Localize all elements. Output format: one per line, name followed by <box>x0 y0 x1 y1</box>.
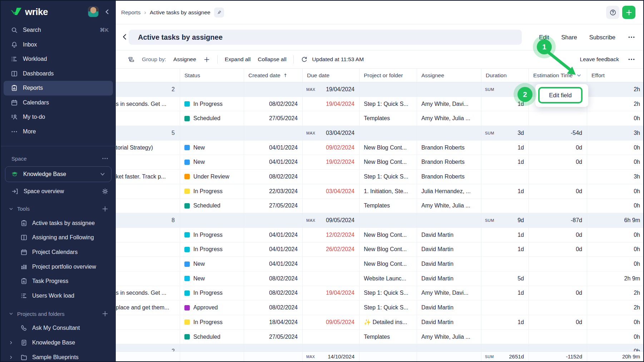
cell-due-date: 19/02/2024 <box>303 155 360 169</box>
add-group-icon[interactable] <box>203 56 210 63</box>
table-row[interactable]: In Progress04/01/202426/02/2024New Blog … <box>116 243 643 257</box>
table-row[interactable]: In Progress22/03/202403/04/20241. Initia… <box>116 184 643 199</box>
sidebar-project-sample-blueprints[interactable]: Sample Blueprints <box>1 350 116 361</box>
table-group-row[interactable]: 5MAX03/04/2024SUM3d-54d3h <box>116 126 643 141</box>
sidebar-item-my-to-do[interactable]: My to-do <box>1 110 116 124</box>
column-header-estimation-time[interactable]: Estimation Time <box>529 69 587 82</box>
cell-status: Scheduled <box>180 330 244 344</box>
question-icon <box>609 9 616 16</box>
plus-icon[interactable] <box>101 310 109 317</box>
table-group-row[interactable]: 8MAX09/05/2024SUM9d-87d6h 9m <box>116 213 643 228</box>
column-header-due-date[interactable]: Due date <box>303 69 360 82</box>
leave-feedback-button[interactable]: Leave feedback <box>580 56 619 63</box>
table-row[interactable]: Scheduled27/05/2024TemplatesAmy White, J… <box>116 111 643 126</box>
toolbar-divider <box>217 55 218 64</box>
max-label: MAX <box>306 218 315 222</box>
sidebar-project-knowledge-base[interactable]: Knowledge Base <box>1 336 116 350</box>
sidebar-item-calendars[interactable]: Calendars <box>1 96 116 110</box>
sidebar-item-reports[interactable]: Reports <box>4 81 113 96</box>
tools-section-header[interactable]: Tools <box>1 202 116 216</box>
table-row[interactable]: New04/01/2024New Blog Cont...David Marti… <box>116 257 643 272</box>
sidebar-tool-users-work-load[interactable]: Users Work load <box>1 288 116 303</box>
breadcrumb-reports-link[interactable]: Reports <box>121 9 140 16</box>
collapse-all-button[interactable]: Collapse all <box>258 56 286 63</box>
pin-button[interactable] <box>214 8 224 18</box>
column-header-project-or-folder[interactable]: Project or folder <box>360 69 417 82</box>
more-actions-icon[interactable] <box>628 33 635 41</box>
table-row[interactable]: place and get them...Approved08/02/2024S… <box>116 300 643 315</box>
table-row[interactable]: New04/01/202419/02/2024New Blog Cont...B… <box>116 155 643 170</box>
sidebar-tool-assigning-and-following[interactable]: Assigning and Following <box>1 230 116 245</box>
cell-assignee: David Martin <box>417 272 481 286</box>
cell-project: Step 1: Quick S... <box>360 286 417 300</box>
column-header-label: Estimation Time <box>533 72 573 79</box>
column-header-duration[interactable]: Duration <box>481 69 529 82</box>
cell-project: New Blog Cont... <box>360 155 417 169</box>
refresh-icon[interactable] <box>301 56 308 63</box>
sidebar-item-inbox[interactable]: Inbox <box>1 38 116 52</box>
share-button[interactable]: Share <box>561 34 577 41</box>
table-row[interactable]: torial Strategy)New04/01/202409/02/2024N… <box>116 141 643 155</box>
space-selector[interactable]: Knowledge Base <box>5 166 112 182</box>
status-color-swatch <box>184 334 190 339</box>
table-row[interactable]: In Progress18/04/202409/05/2024✨ Detaile… <box>116 315 643 330</box>
report-title-input[interactable]: Active tasks by assignee <box>129 30 522 45</box>
create-button[interactable] <box>622 6 635 19</box>
plus-icon[interactable] <box>101 205 109 212</box>
sidebar-item-dashboards[interactable]: Dashboards <box>1 67 116 81</box>
sidebar-item-workload[interactable]: Workload <box>1 52 116 67</box>
cell-estimation <box>529 272 587 286</box>
cell-project: 1. Initiation, Ste... <box>360 184 417 199</box>
columns-icon <box>20 234 28 241</box>
group-count: 8 <box>116 213 180 228</box>
gear-icon[interactable] <box>101 188 109 195</box>
column-header-effort[interactable]: Effort <box>587 69 643 82</box>
cell-due-date <box>303 111 360 126</box>
group-by-value[interactable]: Assignee <box>173 56 196 63</box>
status-label: In Progress <box>193 232 223 238</box>
sidebar-tool-active-tasks-by-assignee[interactable]: Active tasks by assignee <box>1 216 116 231</box>
table-row[interactable]: ket faster. Track p...Under Review08/02/… <box>116 170 643 184</box>
table-row[interactable]: Scheduled27/05/2024TemplatesAmy White, J… <box>116 330 643 344</box>
sum-label: SUM <box>485 87 494 92</box>
sidebar-item-space-overview[interactable]: Space overview <box>1 184 116 199</box>
table-row[interactable]: s in seconds. Get ...In Progress08/02/20… <box>116 286 643 301</box>
expand-all-button[interactable]: Expand all <box>225 56 251 63</box>
cell-assignee: Brandon Roberts <box>417 141 481 155</box>
sidebar-tool-task-progress[interactable]: Task Progress <box>1 274 116 289</box>
back-icon[interactable] <box>121 33 129 41</box>
edit-field-menu-item[interactable]: Edit field <box>538 87 583 103</box>
sidebar-item-more[interactable]: More <box>1 124 116 139</box>
table-row[interactable]: In Progress04/01/202412/02/2024New Blog … <box>116 228 643 243</box>
help-button[interactable] <box>606 6 619 19</box>
project-item-label: Ask My Consultant <box>32 325 80 331</box>
space-section-header: Space <box>1 151 116 166</box>
cell-assignee: David Martin <box>417 257 481 271</box>
cell-project: Templates <box>360 199 417 213</box>
cell-duration-sum: SUM3d <box>481 126 529 140</box>
toolbar-more-icon[interactable] <box>628 55 635 63</box>
sidebar-project-ask-my-consultant[interactable]: Ask My Consultant <box>1 321 116 336</box>
calendar-icon <box>11 99 18 106</box>
cell-assignee: Amy White, Davi... <box>417 97 481 111</box>
table-row[interactable]: New08/02/2024Website Launc...David Marti… <box>116 272 643 286</box>
sidebar-tool-project-portfolio-overview[interactable]: Project portfolio overview <box>1 259 116 274</box>
sidebar-collapse-icon[interactable] <box>104 8 111 15</box>
chevron-down-icon[interactable] <box>576 73 582 78</box>
wrike-logo[interactable]: wrike <box>10 6 88 18</box>
column-header-status[interactable]: Status <box>180 69 244 82</box>
column-header-created-date[interactable]: Created date <box>244 69 303 82</box>
projects-section-header[interactable]: Projects and folders <box>1 307 116 321</box>
cell-estimation: 0d <box>529 141 587 155</box>
sidebar-item-search[interactable]: Search⌘K <box>1 23 116 38</box>
subscribe-button[interactable]: Subscribe <box>589 34 615 41</box>
sidebar-tool-project-calendars[interactable]: Project Calendars <box>1 245 116 260</box>
space-more-icon[interactable] <box>101 155 109 162</box>
column-header-assignee[interactable]: Assignee <box>417 69 481 82</box>
status-label: Scheduled <box>193 334 221 340</box>
cell-status: In Progress <box>180 184 244 199</box>
sidebar-nav: Search⌘KInboxWorkloadDashboardsReportsCa… <box>1 23 116 139</box>
sidebar-item-label: Inbox <box>23 41 37 48</box>
table-row[interactable]: Scheduled27/05/2024TemplatesAmy White, J… <box>116 199 643 214</box>
user-avatar[interactable] <box>88 6 99 17</box>
